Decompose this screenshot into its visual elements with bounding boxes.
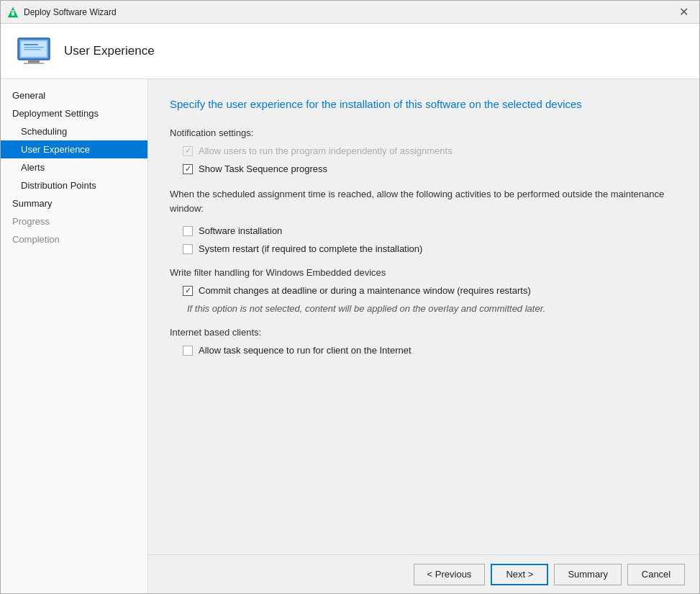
notification-label: Notification settings: [170, 127, 678, 138]
internet-clients-label: Internet based clients: [170, 327, 678, 338]
commit-changes-row: ✓ Commit changes at deadline or during a… [170, 285, 678, 296]
svg-rect-3 [12, 10, 14, 12]
notification-section: Notification settings: ✓ Allow users to … [170, 127, 678, 174]
commit-changes-checkmark: ✓ [185, 286, 191, 295]
allow-run-independently-checkmark: ✓ [185, 146, 191, 156]
main-content: Specify the user experience for the inst… [148, 79, 699, 554]
software-installation-row: Software installation [170, 225, 678, 236]
sidebar-item-scheduling[interactable]: Scheduling [1, 122, 147, 140]
sidebar-item-deployment-settings[interactable]: Deployment Settings [1, 104, 147, 122]
overlay-note: If this option is not selected, content … [187, 303, 678, 314]
page-heading: Specify the user experience for the inst… [170, 96, 678, 112]
sidebar: General Deployment Settings Scheduling U… [1, 79, 148, 593]
allow-run-independently-row: ✓ Allow users to run the program indepen… [170, 145, 678, 156]
system-restart-row: System restart (if required to complete … [170, 243, 678, 254]
body: General Deployment Settings Scheduling U… [1, 79, 699, 593]
next-button[interactable]: Next > [491, 564, 548, 585]
header-icon [15, 32, 53, 70]
title-bar-text: Deploy Software Wizard [24, 7, 673, 17]
allow-run-independently-checkbox[interactable]: ✓ [183, 146, 193, 156]
show-task-sequence-checkbox[interactable]: ✓ [183, 164, 193, 174]
sidebar-item-alerts[interactable]: Alerts [1, 158, 147, 176]
title-bar: Deploy Software Wizard ✕ [1, 1, 699, 24]
sidebar-item-user-experience[interactable]: User Experience [1, 140, 147, 158]
svg-rect-10 [24, 47, 44, 48]
window: Deploy Software Wizard ✕ User Experience… [0, 0, 700, 594]
sidebar-item-summary[interactable]: Summary [1, 194, 147, 212]
allow-internet-checkbox[interactable] [183, 346, 193, 356]
write-filter-section: Write filter handling for Windows Embedd… [170, 267, 678, 314]
sidebar-item-completion: Completion [1, 230, 147, 248]
sidebar-item-general[interactable]: General [1, 86, 147, 104]
software-installation-label: Software installation [199, 225, 282, 236]
header: User Experience [1, 24, 699, 79]
maintenance-description: When the scheduled assignment time is re… [170, 187, 678, 215]
main: Specify the user experience for the inst… [148, 79, 699, 593]
wizard-title-icon [6, 6, 19, 19]
close-button[interactable]: ✕ [673, 2, 694, 22]
system-restart-label: System restart (if required to complete … [199, 243, 422, 254]
write-filter-label: Write filter handling for Windows Embedd… [170, 267, 678, 278]
footer: < Previous Next > Summary Cancel [148, 554, 699, 593]
svg-rect-7 [24, 63, 44, 64]
cancel-button[interactable]: Cancel [627, 564, 685, 585]
show-task-sequence-row: ✓ Show Task Sequence progress [170, 163, 678, 174]
internet-clients-section: Internet based clients: Allow task seque… [170, 327, 678, 356]
svg-rect-9 [24, 44, 38, 45]
sidebar-item-progress: Progress [1, 212, 147, 230]
show-task-sequence-label: Show Task Sequence progress [199, 163, 327, 174]
header-title: User Experience [64, 44, 155, 58]
allow-run-independently-label: Allow users to run the program independe… [199, 145, 453, 156]
summary-button[interactable]: Summary [554, 564, 622, 585]
commit-changes-label: Commit changes at deadline or during a m… [199, 285, 531, 296]
commit-changes-checkbox[interactable]: ✓ [183, 286, 193, 296]
maintenance-section: When the scheduled assignment time is re… [170, 187, 678, 254]
svg-rect-6 [28, 60, 40, 63]
sidebar-item-distribution-points[interactable]: Distribution Points [1, 176, 147, 194]
system-restart-checkbox[interactable] [183, 244, 193, 254]
allow-internet-label: Allow task sequence to run for client on… [199, 345, 412, 356]
allow-internet-row: Allow task sequence to run for client on… [170, 345, 678, 356]
svg-rect-2 [12, 12, 14, 16]
software-installation-checkbox[interactable] [183, 226, 193, 236]
svg-rect-11 [24, 49, 41, 50]
show-task-sequence-checkmark: ✓ [185, 164, 191, 174]
previous-button[interactable]: < Previous [414, 564, 486, 585]
